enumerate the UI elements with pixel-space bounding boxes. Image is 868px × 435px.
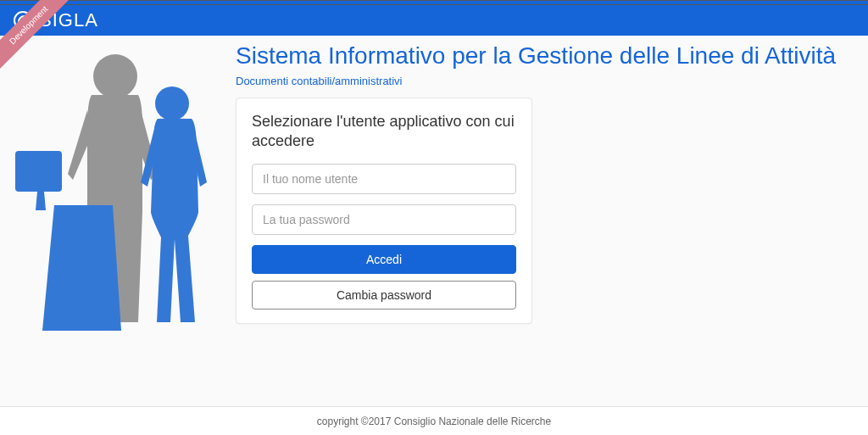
- page-subtitle: Documenti contabili/amministrativi: [236, 75, 848, 87]
- svg-point-0: [93, 54, 137, 98]
- main-container: Sistema Informativo per la Gestione dell…: [0, 36, 868, 406]
- footer-copyright: copyright ©2017 Consiglio Nazionale dell…: [317, 415, 551, 427]
- login-card-title: Selezionare l'utente applicativo con cui…: [252, 112, 516, 152]
- username-input[interactable]: [252, 164, 516, 194]
- change-password-button[interactable]: Cambia password: [252, 281, 516, 310]
- login-card: Selezionare l'utente applicativo con cui…: [236, 98, 532, 324]
- login-button[interactable]: Accedi: [252, 245, 516, 274]
- svg-point-1: [155, 86, 189, 120]
- hero-illustration: [7, 42, 222, 331]
- content-area: Sistema Informativo per la Gestione dell…: [222, 36, 861, 406]
- svg-rect-2: [15, 151, 62, 192]
- password-input[interactable]: [252, 204, 516, 235]
- navbar: SIGLA: [0, 5, 868, 36]
- page-title: Sistema Informativo per la Gestione dell…: [236, 42, 848, 70]
- footer: copyright ©2017 Consiglio Nazionale dell…: [0, 406, 868, 435]
